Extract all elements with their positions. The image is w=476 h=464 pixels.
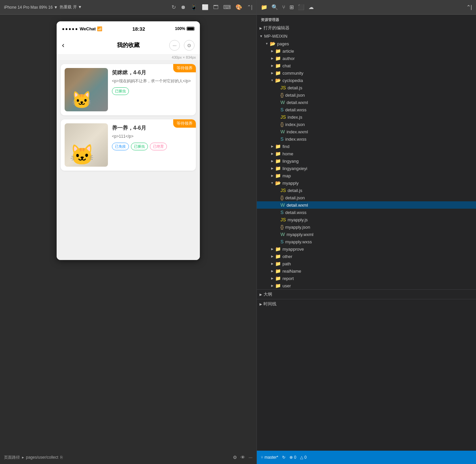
tree-item-realname[interactable]: ▶ 📁 realName (257, 267, 476, 275)
tree-item-cyclopedia-detail-wxml[interactable]: W detail.wxml (257, 99, 476, 106)
tree-item-myapply-detail-wxss[interactable]: S detail.wxss (257, 209, 476, 216)
size-hint: 430px × 834px (57, 55, 200, 60)
path-label-tree: path (282, 261, 291, 266)
errors-item[interactable]: ⊗ 0 (289, 455, 296, 460)
settings-icon[interactable]: ⚙ (233, 455, 237, 460)
more-dots: ··· (173, 43, 177, 48)
tree-item-lingyang[interactable]: ▶ 📁 lingyang (257, 157, 476, 165)
tree-item-find[interactable]: ▶ 📁 find (257, 143, 476, 150)
tree-item-pages[interactable]: ▼ 📂 pages (257, 40, 476, 47)
tree-item-lingyangxieyi[interactable]: ▶ 📁 lingyangxieyi (257, 165, 476, 172)
tree-item-cyclopedia-detail-wxss[interactable]: S detail.wxss (257, 106, 476, 113)
theme-icon[interactable]: 🎨 (236, 4, 242, 10)
tree-item-user[interactable]: ▶ 📁 user (257, 282, 476, 289)
stop-icon[interactable]: ⏺ (181, 4, 186, 10)
project-section[interactable]: ▼ MP-WEIXIN (257, 32, 476, 40)
tree-item-myapply-detail-wxml[interactable]: W detail.wxml (257, 201, 476, 209)
warnings-label: △ 0 (300, 455, 306, 460)
tree-item-community[interactable]: ▶ 📁 community (257, 69, 476, 77)
debug-icon[interactable]: ⬛ (298, 4, 304, 10)
json-icon-2: {} (280, 122, 283, 127)
tree-item-chat[interactable]: ▶ 📁 chat (257, 62, 476, 69)
other-label: other (282, 254, 292, 259)
right-panel: 📁 🔍 ⑂ ⊞ ⬛ ☁ ⌃| 资源管理器 ▶ 打开的编辑器 ▼ MP-WEIXI… (256, 0, 476, 464)
tree-item-cyclopedia-index-js[interactable]: JS index.js (257, 113, 476, 121)
tree-item-home[interactable]: ▶ 📁 home (257, 150, 476, 157)
tree-item-myapply-detail-js[interactable]: JS detail.js (257, 187, 476, 194)
tree-item-cyclopedia-detail-js[interactable]: JS detail.js (257, 84, 476, 91)
more-icon[interactable]: ⌃| (247, 4, 252, 10)
file-tree: ▶ 打开的编辑器 ▼ MP-WEIXIN ▼ 📂 pages ▶ 📁 artic… (257, 24, 476, 451)
tablet-icon[interactable]: ⬜ (202, 4, 209, 10)
refresh-icon[interactable]: ↻ (172, 4, 176, 10)
tree-item-cyclopedia[interactable]: ▼ 📂 cyclopedia (257, 77, 476, 84)
tree-item-map[interactable]: ▶ 📁 map (257, 172, 476, 179)
sync-item[interactable]: ↻ (282, 455, 285, 460)
more-bottom-icon[interactable]: ··· (248, 455, 252, 460)
search-icon[interactable]: 🔍 (271, 4, 278, 10)
tree-item-report[interactable]: ▶ 📁 report (257, 275, 476, 282)
record-icon: ⊙ (187, 43, 191, 48)
myapply-wxss-icon: S (280, 239, 283, 244)
status-bar-bottom: ⑂ master* ↻ ⊗ 0 △ 0 (257, 451, 476, 464)
tree-item-cyclopedia-index-wxss[interactable]: S index.wxss (257, 135, 476, 143)
pet-card-2[interactable]: 等待领养 养一养，4-6月 <p>111</p> 已免疫 已驱虫 已绝育 (61, 119, 196, 171)
path-separator: ▸ (22, 455, 24, 460)
tree-item-myapply-myapply-js[interactable]: JS myapply.js (257, 216, 476, 223)
wifi-icon: 📶 (97, 26, 102, 31)
tree-item-myapply[interactable]: ▼ 📂 myapply (257, 179, 476, 187)
cloud-icon[interactable]: ☁ (308, 4, 314, 10)
tree-item-cyclopedia-detail-json[interactable]: {} detail.json (257, 91, 476, 99)
community-folder-icon: 📁 (275, 70, 281, 76)
phone-content: 等待领养 笑眯眯，4-6月 <p>现在妈妈不让养，求一个对它好的人</p> 已驱… (57, 60, 200, 260)
branch-item[interactable]: ⑂ master* (261, 455, 278, 460)
record-button[interactable]: ⊙ (184, 40, 195, 51)
tag-vaccinated: 已免疫 (112, 143, 129, 150)
json-icon: {} (280, 92, 283, 98)
battery-bar (187, 27, 195, 31)
tree-item-other[interactable]: ▶ 📁 other (257, 253, 476, 260)
phone-icon[interactable]: 📱 (191, 4, 197, 10)
cyclopedia-index-json-label: index.json (285, 122, 305, 127)
tree-item-cyclopedia-index-wxml[interactable]: W index.wxml (257, 128, 476, 135)
tag-neutered: 已绝育 (150, 143, 167, 150)
back-button[interactable]: ‹ (62, 41, 64, 50)
panel-toggle-icon[interactable]: ⌃| (466, 4, 472, 10)
copy-icon[interactable]: ⎘ (60, 455, 63, 460)
more-button[interactable]: ··· (169, 40, 180, 51)
warnings-item[interactable]: △ 0 (300, 455, 306, 460)
tree-item-path[interactable]: ▶ 📁 path (257, 260, 476, 267)
outline-label: 大纲 (263, 291, 272, 297)
keyboard-icon[interactable]: ⌨ (223, 4, 231, 10)
tree-item-myapply-myapply-wxml[interactable]: W myapply.wxml (257, 231, 476, 238)
explorer-icon[interactable]: 📁 (261, 4, 267, 10)
pet-info-1: 笑眯眯，4-6月 <p>现在妈妈不让养，求一个对它好的人</p> 已驱虫 (112, 68, 192, 111)
timeline-section[interactable]: ▶ 时间线 (257, 299, 476, 309)
pet-card-1[interactable]: 等待领养 笑眯眯，4-6月 <p>现在妈妈不让养，求一个对它好的人</p> 已驱… (61, 64, 196, 115)
device-selector[interactable]: iPhone 14 Pro Max 89% 16 ▼ (4, 5, 58, 10)
toolbar-icons: ↻ ⏺ 📱 ⬜ 🗔 ⌨ 🎨 ⌃| (172, 4, 252, 10)
tree-item-myapply-myapply-json[interactable]: {} myapply.json (257, 223, 476, 231)
cyclopedia-index-js-label: index.js (287, 115, 302, 120)
window-icon[interactable]: 🗔 (213, 4, 219, 10)
myapply-detail-wxml-label: detail.wxml (286, 203, 308, 208)
open-editors-label: 打开的编辑器 (263, 25, 289, 31)
eye-icon[interactable]: 👁 (240, 455, 245, 460)
tree-item-author[interactable]: ▶ 📁 author (257, 55, 476, 62)
toolbar-left: iPhone 14 Pro Max 89% 16 ▼ 热重载 开 ▼ (4, 4, 169, 10)
hot-reload-selector[interactable]: 热重载 开 ▼ (60, 4, 82, 10)
tree-item-article[interactable]: ▶ 📁 article (257, 47, 476, 55)
phone-frame: ●●●●● WeChat 📶 18:32 100% ‹ 我的收藏 (57, 21, 200, 260)
outline-section[interactable]: ▶ 大纲 (257, 289, 476, 299)
tree-item-cyclopedia-index-json[interactable]: {} index.json (257, 121, 476, 128)
find-folder-icon: 📁 (275, 144, 281, 149)
git-icon[interactable]: ⑂ (282, 4, 285, 10)
myapply-json-label: myapply.json (285, 225, 310, 230)
open-editors-section[interactable]: ▶ 打开的编辑器 (257, 24, 476, 32)
myapply-wxml-label: myapply.wxml (286, 232, 313, 237)
tree-item-myapprove[interactable]: ▶ 📁 myapprove (257, 245, 476, 253)
tree-item-myapply-detail-json[interactable]: {} detail.json (257, 194, 476, 201)
author-chevron: ▶ (270, 57, 274, 60)
tree-item-myapply-myapply-wxss[interactable]: S myapply.wxss (257, 238, 476, 245)
extensions-icon[interactable]: ⊞ (289, 4, 294, 10)
